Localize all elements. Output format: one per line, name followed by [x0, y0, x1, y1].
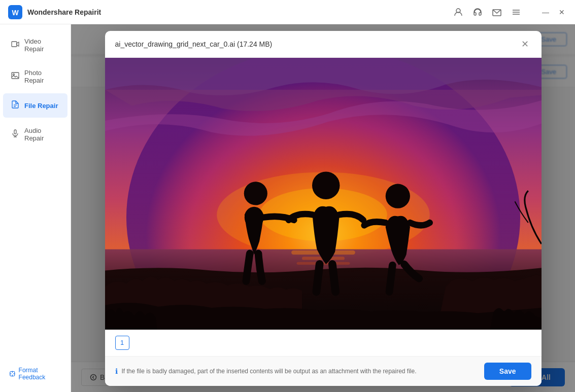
mail-icon[interactable] — [492, 7, 502, 17]
modal-pagination: 1 — [105, 330, 542, 356]
menu-icon[interactable] — [511, 7, 521, 17]
modal-footer-text: If the file is badly damaged, part of th… — [122, 368, 417, 375]
photo-repair-icon — [11, 72, 19, 82]
sidebar-item-video-repair-label: Video Repair — [24, 38, 59, 53]
modal-title: ai_vector_drawing_grid_next_car_0.ai (17… — [115, 40, 273, 48]
audio-repair-icon — [11, 129, 19, 139]
modal-save-button[interactable]: Save — [484, 363, 531, 380]
modal-footer: ℹ If the file is badly damaged, part of … — [105, 356, 542, 386]
modal-footer-info: ℹ If the file is badly damaged, part of … — [115, 367, 484, 375]
sidebar: Video Repair Photo Repair F — [0, 24, 71, 392]
info-icon: ℹ — [115, 367, 118, 375]
sidebar-item-audio-repair-label: Audio Repair — [24, 127, 59, 142]
svg-rect-8 — [12, 73, 19, 79]
file-repair-icon — [11, 100, 19, 111]
account-icon[interactable] — [453, 7, 463, 17]
modal-image-area — [105, 58, 542, 330]
app-title: Wondershare Repairit — [27, 8, 453, 16]
sidebar-item-audio-repair[interactable]: Audio Repair — [3, 120, 67, 149]
sidebar-item-video-repair[interactable]: Video Repair — [3, 30, 67, 60]
minimize-button[interactable]: — — [540, 7, 551, 17]
modal-overlay: ai_vector_drawing_grid_next_car_0.ai (17… — [71, 24, 575, 392]
svg-point-9 — [13, 74, 15, 76]
svg-text:W: W — [12, 9, 19, 17]
modal-close-button[interactable]: ✕ — [519, 38, 531, 50]
close-button[interactable]: ✕ — [557, 7, 567, 17]
page-number-1[interactable]: 1 — [115, 336, 129, 350]
sunset-image — [105, 58, 542, 330]
sidebar-item-file-repair-label: File Repair — [24, 102, 58, 110]
sidebar-item-photo-repair[interactable]: Photo Repair — [3, 62, 67, 91]
sidebar-item-file-repair[interactable]: File Repair — [3, 93, 67, 118]
app-body: Video Repair Photo Repair F — [0, 24, 575, 392]
svg-rect-12 — [14, 130, 16, 134]
titlebar: W Wondershare Repairit — [0, 0, 575, 24]
preview-modal: ai_vector_drawing_grid_next_car_0.ai (17… — [105, 31, 542, 386]
format-feedback-label: Format Feedback — [19, 367, 61, 381]
window-controls: — ✕ — [540, 7, 567, 17]
sidebar-item-photo-repair-label: Photo Repair — [24, 69, 59, 84]
svg-point-30 — [385, 184, 410, 208]
modal-header: ai_vector_drawing_grid_next_car_0.ai (17… — [105, 31, 542, 58]
app-logo: W — [8, 5, 22, 19]
headset-icon[interactable] — [472, 7, 483, 17]
main-content: d26830_lose_La Save _vector_drawing_ Sav… — [71, 24, 575, 392]
sidebar-footer: Format Feedback — [0, 364, 71, 384]
format-feedback-link[interactable]: Format Feedback — [5, 364, 65, 384]
titlebar-icons: — ✕ — [453, 7, 567, 17]
svg-rect-7 — [12, 42, 17, 47]
video-repair-icon — [11, 40, 19, 50]
